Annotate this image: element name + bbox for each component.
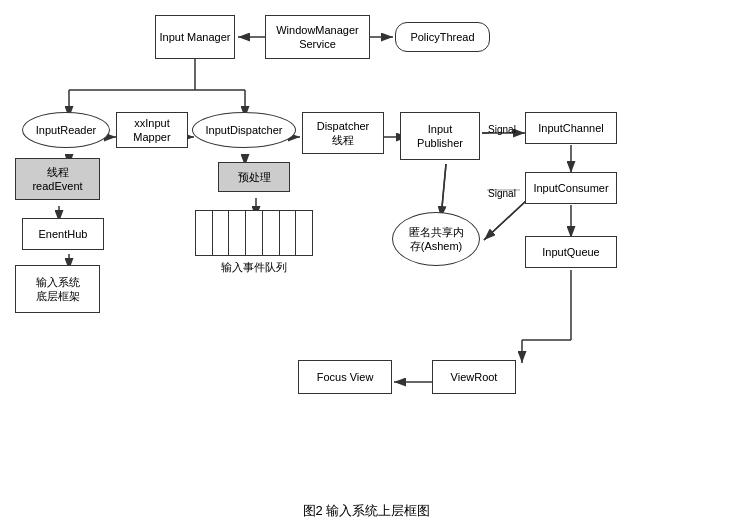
yu-chuli-label: 预处理 xyxy=(238,170,271,184)
input-queue-node: InputQueue xyxy=(525,236,617,268)
niming-shared-mem-label: 匿名共享内存(Ashem) xyxy=(409,225,464,254)
focus-view-label: Focus View xyxy=(317,370,374,384)
xian-cheng-label: 线程readEvent xyxy=(32,165,82,194)
input-event-queue-node xyxy=(195,210,313,256)
xx-input-mapper-label: xxInputMapper xyxy=(133,116,170,145)
policy-thread-label: PolicyThread xyxy=(410,30,474,44)
xian-cheng-node: 线程readEvent xyxy=(15,158,100,200)
diceng-node: 输入系统底层框架 xyxy=(15,265,100,313)
svg-line-24 xyxy=(484,200,527,240)
dispatcher-xian-cheng-node: Dispatcher线程 xyxy=(302,112,384,154)
signal1-label: Signal xyxy=(484,122,520,136)
queue-label: 输入事件队列 xyxy=(221,260,287,274)
input-channel-label: InputChannel xyxy=(538,121,603,135)
input-dispatcher-label: InputDispatcher xyxy=(205,123,282,137)
caption-text: 图2 输入系统上层框图 xyxy=(303,503,431,518)
queue-lines xyxy=(196,211,312,255)
queue-line-5 xyxy=(263,211,280,255)
window-manager-service-label: WindowManagerService xyxy=(276,23,359,52)
diagram-container: Input Manager WindowManagerService Polic… xyxy=(0,0,733,490)
queue-line-1 xyxy=(196,211,213,255)
niming-shared-mem-node: 匿名共享内存(Ashem) xyxy=(392,212,480,266)
signal2-label: Signal xyxy=(484,186,520,200)
svg-line-23 xyxy=(484,200,527,240)
yu-chuli-node: 预处理 xyxy=(218,162,290,192)
focus-view-node: Focus View xyxy=(298,360,392,394)
svg-line-21 xyxy=(441,164,446,218)
input-manager-node: Input Manager xyxy=(155,15,235,59)
queue-line-2 xyxy=(213,211,230,255)
view-root-node: ViewRoot xyxy=(432,360,516,394)
input-consumer-label: InputConsumer xyxy=(533,181,608,195)
input-consumer-node: InputConsumer xyxy=(525,172,617,204)
enent-hub-node: EnentHub xyxy=(22,218,104,250)
queue-line-3 xyxy=(229,211,246,255)
input-reader-node: InputReader xyxy=(22,112,110,148)
window-manager-service-node: WindowManagerService xyxy=(265,15,370,59)
input-channel-node: InputChannel xyxy=(525,112,617,144)
queue-line-4 xyxy=(246,211,263,255)
arrows-svg xyxy=(0,0,733,490)
queue-label-node: 输入事件队列 xyxy=(190,258,318,276)
queue-line-7 xyxy=(296,211,312,255)
input-reader-label: InputReader xyxy=(36,123,97,137)
enent-hub-label: EnentHub xyxy=(39,227,88,241)
xx-input-mapper-node: xxInputMapper xyxy=(116,112,188,148)
input-publisher-label: InputPublisher xyxy=(417,122,463,151)
svg-line-22 xyxy=(441,164,446,218)
policy-thread-node: PolicyThread xyxy=(395,22,490,52)
queue-line-6 xyxy=(280,211,297,255)
dispatcher-xian-cheng-label: Dispatcher线程 xyxy=(317,119,370,148)
input-dispatcher-node: InputDispatcher xyxy=(192,112,296,148)
input-publisher-node: InputPublisher xyxy=(400,112,480,160)
view-root-label: ViewRoot xyxy=(451,370,498,384)
input-manager-label: Input Manager xyxy=(160,30,231,44)
diceng-label: 输入系统底层框架 xyxy=(36,275,80,304)
figure-caption: 图2 输入系统上层框图 xyxy=(0,502,733,520)
input-queue-label: InputQueue xyxy=(542,245,600,259)
